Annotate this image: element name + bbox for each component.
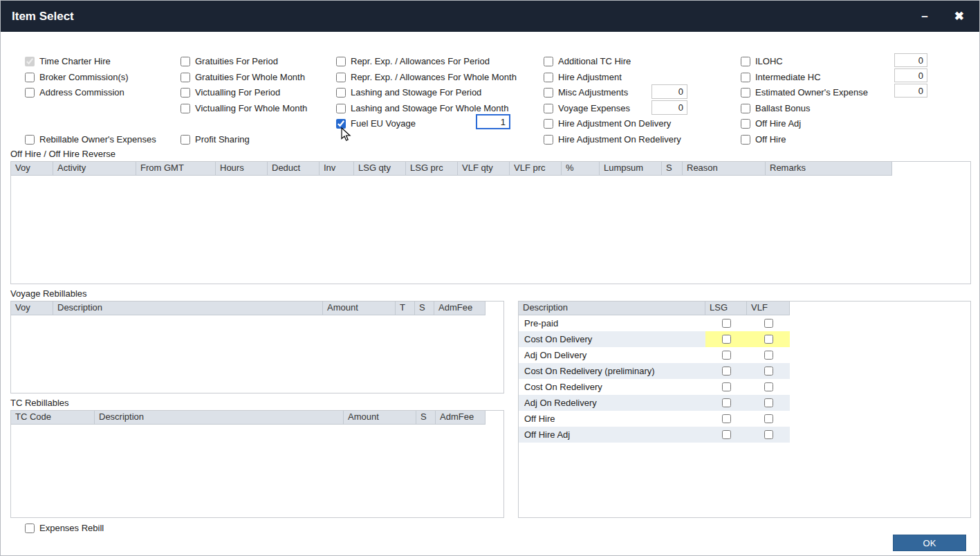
profit-sharing-checkbox[interactable] xyxy=(181,135,190,145)
col-header-from-gmt: From GMT xyxy=(136,162,216,176)
cost-on-redelivery-lsg-checkbox[interactable] xyxy=(722,382,731,391)
checkbox-ballast-bonus[interactable]: Ballast Bonus xyxy=(741,102,811,114)
address-commission-checkbox[interactable] xyxy=(25,88,35,98)
checkbox-rebillable-owners-expenses[interactable]: Rebillable Owner's Expenses xyxy=(25,133,156,145)
checkbox-gratuities-for-whole-month[interactable]: Gratuities For Whole Month xyxy=(181,71,305,83)
checkbox-time-charter-hire[interactable]: Time Charter Hire xyxy=(25,55,111,67)
checkbox-ilohc[interactable]: ILOHC xyxy=(741,55,783,67)
checkbox-lashing-and-stowage-for-whole-month[interactable]: Lashing and Stowage For Whole Month xyxy=(336,102,508,114)
cost-row-off-hire-adj: Off Hire Adj xyxy=(519,427,790,443)
repr-exp-allowances-for-whole-month-checkbox[interactable] xyxy=(336,73,346,82)
checkbox-repr-exp-allowances-for-whole-month[interactable]: Repr. Exp. / Allowances For Whole Month xyxy=(336,71,517,83)
checkbox-broker-commissions[interactable]: Broker Commission(s) xyxy=(25,71,129,83)
col-header-activity: Activity xyxy=(53,162,136,176)
expenses-rebill-checkbox[interactable] xyxy=(25,523,35,533)
checkbox-estimated-owners-expense[interactable]: Estimated Owner's Expense xyxy=(741,86,868,98)
time-charter-hire-checkbox[interactable] xyxy=(25,57,35,66)
checkbox-misc-adjustments[interactable]: Misc Adjustments xyxy=(544,86,628,98)
lashing-and-stowage-for-period-checkbox[interactable] xyxy=(336,88,346,98)
checkbox-additional-tc-hire[interactable]: Additional TC Hire xyxy=(544,55,631,67)
checkbox-voyage-expenses[interactable]: Voyage Expenses xyxy=(544,102,630,114)
col-header-tc-code: TC Code xyxy=(11,411,95,425)
misc-adjustments-checkbox[interactable] xyxy=(544,88,553,98)
cost-on-redelivery-preliminary-lsg-checkbox[interactable] xyxy=(722,367,731,376)
checkbox-gratuities-for-period[interactable]: Gratuities For Period xyxy=(181,55,278,67)
checkbox-fuel-eu-voyage[interactable]: Fuel EU Voyage xyxy=(336,118,416,129)
off-hire-checkbox[interactable] xyxy=(741,135,750,145)
checkbox-expenses-rebill[interactable]: Expenses Rebill xyxy=(25,522,104,534)
adj-on-delivery-lsg-checkbox[interactable] xyxy=(722,351,731,360)
col-header-hours: Hours xyxy=(216,162,268,176)
checkbox-label: Hire Adjustment On Delivery xyxy=(558,118,671,129)
col-header-inv: Inv xyxy=(320,162,354,176)
additional-tc-hire-checkbox[interactable] xyxy=(544,57,553,66)
checkbox-hire-adjustment[interactable]: Hire Adjustment xyxy=(544,71,622,83)
cost-table: Description LSG VLF Pre-paid Cost On Del… xyxy=(518,301,971,518)
ilohc-input[interactable] xyxy=(894,53,927,67)
close-button[interactable]: ✖ xyxy=(952,9,967,24)
cost-on-redelivery-preliminary-vlf-checkbox[interactable] xyxy=(764,367,773,376)
victualling-for-period-checkbox[interactable] xyxy=(181,88,190,98)
checkbox-victualling-for-whole-month[interactable]: Victualling For Whole Month xyxy=(181,102,307,114)
victualling-for-whole-month-checkbox[interactable] xyxy=(181,104,190,113)
cost-row-label: Adj On Delivery xyxy=(519,347,705,363)
fuel-eu-voyage-checkbox[interactable] xyxy=(336,119,346,129)
cost-on-delivery-vlf-checkbox[interactable] xyxy=(764,335,773,344)
pre-paid-vlf-checkbox[interactable] xyxy=(764,319,773,328)
off-hire-lsg-checkbox[interactable] xyxy=(722,414,731,423)
ok-button[interactable]: OK xyxy=(893,535,966,551)
checkbox-profit-sharing[interactable]: Profit Sharing xyxy=(181,133,250,145)
off-hire-adj-lsg-checkbox[interactable] xyxy=(722,430,731,439)
hire-adjustment-on-redelivery-checkbox[interactable] xyxy=(544,135,553,145)
checkbox-repr-exp-allowances-for-period[interactable]: Repr. Exp. / Allowances For Period xyxy=(336,55,490,67)
fuel-eu-voyage-input[interactable] xyxy=(476,114,510,129)
off-hire-adj-vlf-checkbox[interactable] xyxy=(764,430,773,439)
voyage-expenses-checkbox[interactable] xyxy=(544,104,553,113)
adj-on-delivery-vlf-checkbox[interactable] xyxy=(764,351,773,360)
estimated-owners-expense-checkbox[interactable] xyxy=(741,88,750,98)
checkbox-lashing-and-stowage-for-period[interactable]: Lashing and Stowage For Period xyxy=(336,86,481,98)
misc-adjustments-input[interactable] xyxy=(651,84,687,99)
estimated-owners-expense-input[interactable] xyxy=(894,84,927,98)
rebillable-owners-expenses-checkbox[interactable] xyxy=(25,135,35,145)
checkbox-hire-adjustment-on-redelivery[interactable]: Hire Adjustment On Redelivery xyxy=(544,133,681,145)
adj-on-redelivery-vlf-checkbox[interactable] xyxy=(764,398,773,407)
checkbox-label: Gratuities For Period xyxy=(195,56,278,66)
cost-on-redelivery-vlf-checkbox[interactable] xyxy=(764,382,773,391)
off-hire-vlf-checkbox[interactable] xyxy=(764,414,773,423)
gratuities-for-whole-month-checkbox[interactable] xyxy=(181,73,190,82)
checkbox-label: Off Hire Adj xyxy=(755,118,801,129)
checkbox-intermediate-hc[interactable]: Intermediate HC xyxy=(741,71,821,83)
lashing-and-stowage-for-whole-month-checkbox[interactable] xyxy=(336,104,346,113)
off-hire-table: Voy Activity From GMT Hours Deduct Inv L… xyxy=(10,161,971,284)
checkbox-off-hire[interactable]: Off Hire xyxy=(741,133,786,145)
repr-exp-allowances-for-period-checkbox[interactable] xyxy=(336,57,346,66)
cost-row-label: Adj On Redelivery xyxy=(519,395,705,411)
ilohc-checkbox[interactable] xyxy=(741,57,750,66)
pre-paid-lsg-checkbox[interactable] xyxy=(722,319,731,328)
checkbox-label: Off Hire xyxy=(755,134,786,145)
checkbox-victualling-for-period[interactable]: Victualling For Period xyxy=(181,86,280,98)
hire-adjustment-on-delivery-checkbox[interactable] xyxy=(544,119,553,129)
gratuities-for-period-checkbox[interactable] xyxy=(181,57,190,66)
broker-commissions-checkbox[interactable] xyxy=(25,73,35,82)
checkbox-address-commission[interactable]: Address Commission xyxy=(25,86,124,98)
off-hire-section-label: Off Hire / Off Hire Reverse xyxy=(10,149,115,159)
col-header-deduct: Deduct xyxy=(268,162,320,176)
checkbox-label: Profit Sharing xyxy=(195,134,250,145)
checkbox-hire-adjustment-on-delivery[interactable]: Hire Adjustment On Delivery xyxy=(544,118,671,129)
intermediate-hc-checkbox[interactable] xyxy=(741,73,750,82)
titlebar: Item Select – ✖ xyxy=(1,1,979,32)
adj-on-redelivery-lsg-checkbox[interactable] xyxy=(722,398,731,407)
col-header-description: Description xyxy=(95,411,344,425)
checkbox-label: Fuel EU Voyage xyxy=(351,118,416,129)
voyage-expenses-input[interactable] xyxy=(651,100,687,115)
intermediate-hc-input[interactable] xyxy=(894,68,927,82)
checkbox-off-hire-adj[interactable]: Off Hire Adj xyxy=(741,118,801,129)
ballast-bonus-checkbox[interactable] xyxy=(741,104,750,113)
hire-adjustment-checkbox[interactable] xyxy=(544,73,553,82)
cost-row-label: Off Hire xyxy=(519,411,705,427)
off-hire-adj-checkbox[interactable] xyxy=(741,119,750,129)
cost-on-delivery-lsg-checkbox[interactable] xyxy=(722,335,731,344)
minimize-button[interactable]: – xyxy=(918,9,930,24)
